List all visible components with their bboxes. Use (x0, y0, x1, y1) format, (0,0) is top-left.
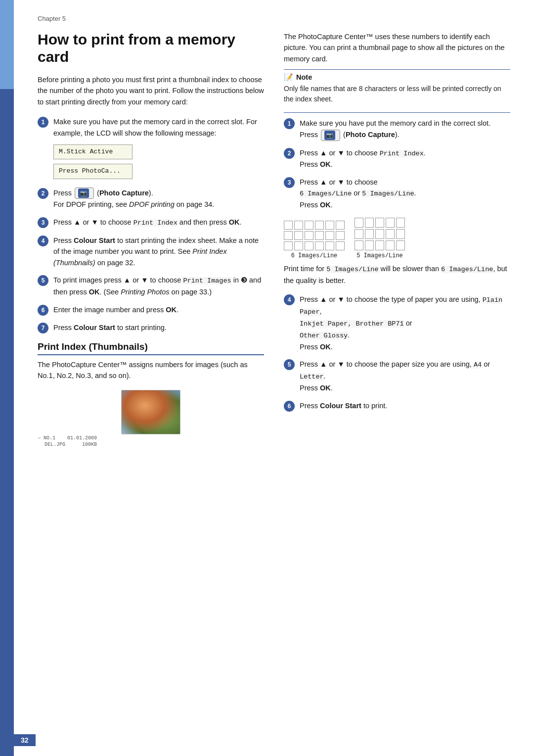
step-num-1: 1 (38, 117, 48, 128)
thumb-cell (365, 218, 374, 228)
thumb-cell (375, 240, 384, 250)
right-step-num-6: 6 (284, 401, 295, 412)
photo-capture-button-inline: 📷 (75, 188, 94, 199)
thumb-cell (386, 218, 395, 228)
right-step-3: 3 Press ▲ or ▼ to choose 6 Images/Line o… (284, 177, 510, 211)
step-3-text: Press ▲ or ▼ to choose Print Index and t… (53, 217, 242, 229)
thumb-cell (375, 218, 384, 228)
right-step-2-text: Press ▲ or ▼ to choose Print Index. Pres… (300, 147, 426, 170)
photo-caption: → NO.1 01.01.2009 (38, 435, 97, 441)
6-images-line-code: 6 Images/Line (300, 190, 352, 197)
photo-date: 01.01.2009 (67, 435, 97, 441)
thumb-6-label: 6 Images/Line (291, 252, 338, 259)
thumb-5-label: 5 Images/Line (356, 252, 403, 259)
thumb-cell (315, 221, 324, 230)
other-glossy-code: Other Glossy (300, 332, 348, 339)
photo-capture-label: Photo Capture (99, 189, 149, 197)
chapter-label: Chapter 5 (38, 15, 510, 22)
left-sidebar (0, 0, 14, 756)
right-step-num-3: 3 (284, 177, 295, 188)
thumb-cell (355, 240, 363, 250)
thumb-cell (396, 229, 405, 239)
thumb-grid-6 (284, 221, 345, 250)
step-1-text: Make sure you have put the memory card i… (53, 116, 264, 181)
thumb-cell (396, 218, 405, 228)
print-index-code-r2: Print Index (380, 150, 424, 157)
print-index-steps: 1 Make sure you have put the memory card… (284, 118, 510, 210)
dpof-link: DPOF printing (129, 200, 175, 208)
plain-paper-code: Plain Paper (300, 296, 502, 316)
step-num-3: 3 (38, 217, 48, 228)
step-2-text: Press 📷 (Photo Capture). For DPOF printi… (53, 188, 214, 210)
photo-sample-gradient (122, 390, 180, 434)
right-intro-text: The PhotoCapture Center™ uses these numb… (284, 31, 510, 64)
thumb-cell (294, 241, 303, 250)
print-index-code: Print Index (134, 219, 178, 227)
step-7: 7 Press Colour Start to start printing. (38, 322, 264, 333)
right-step-4-text: Press ▲ or ▼ to choose the type of paper… (300, 294, 510, 352)
6-images-inline: 6 Images/Line (441, 266, 493, 273)
right-step-num-1: 1 (284, 118, 295, 129)
step-2: 2 Press 📷 (Photo Capture). For DPOF prin… (38, 188, 264, 210)
thumb-cell (325, 221, 334, 230)
thumb-cell (336, 231, 345, 240)
note-icon: 📝 (284, 73, 293, 82)
ok-label-r5: OK (320, 384, 331, 392)
right-step-5: 5 Press ▲ or ▼ to choose the paper size … (284, 359, 510, 393)
thumb-cell (305, 231, 313, 240)
sidebar-accent (0, 0, 14, 89)
ok-label-r3: OK (320, 201, 331, 209)
left-steps-list: 1 Make sure you have put the memory card… (38, 116, 264, 333)
right-step-6-text: Press Colour Start to print. (300, 400, 387, 411)
ok-label-5: OK (89, 288, 100, 296)
photo-no-label: → NO.1 (38, 435, 55, 441)
5-images-line-code: 5 Images/Line (362, 190, 414, 197)
thumb-cell (284, 221, 293, 230)
a4-code: A4 (474, 361, 482, 369)
thumb-cell (365, 229, 374, 239)
photo-sample-container: → NO.1 01.01.2009 DEL.JPG 100KB (38, 390, 264, 447)
right-step-num-4: 4 (284, 294, 295, 305)
page-number: 32 (14, 734, 36, 746)
lcd-line-1: M.Stick Active (53, 144, 133, 159)
right-step-2: 2 Press ▲ or ▼ to choose Print Index. Pr… (284, 147, 510, 170)
print-time-note: Print time for 5 Images/Line will be slo… (284, 263, 510, 286)
photo-capture-label-r1: Photo Capture (346, 131, 395, 139)
thumb-cell (365, 240, 374, 250)
lcd-line-2: Press PhotoCa... (53, 164, 133, 179)
camera-icon-r1: 📷 (324, 131, 335, 140)
colour-start-label-r6: Colour Start (320, 402, 361, 410)
thumb-cell (294, 221, 303, 230)
thumb-6-container: 6 Images/Line (284, 221, 345, 259)
thumb-cell (294, 231, 303, 240)
page-title: How to print from a memory card (38, 31, 264, 65)
thumb-cell (325, 241, 334, 250)
ok-label-3: OK (229, 218, 240, 226)
thumb-cell (336, 221, 345, 230)
section2-title: Print Index (Thumbnails) (38, 341, 264, 355)
note-header: 📝 Note (284, 73, 510, 82)
step-4: 4 Press Colour Start to start printing t… (38, 235, 264, 268)
thumb-5-container: 5 Images/Line (355, 218, 405, 259)
section2-intro: The PhotoCapture Center™ assigns numbers… (38, 359, 264, 381)
step-5: 5 To print images press ▲ or ▼ to choose… (38, 275, 264, 297)
thumb-cell (336, 241, 345, 250)
step-7-text: Press Colour Start to start printing. (53, 322, 167, 333)
thumbnail-grids: 6 Images/Line (284, 218, 510, 259)
inkjet-paper-code: Inkjet Paper, Brother BP71 (300, 320, 404, 328)
thumb-cell (315, 231, 324, 240)
thumb-cell (375, 229, 384, 239)
right-step-1: 1 Make sure you have put the memory card… (284, 118, 510, 141)
step-5-text: To print images press ▲ or ▼ to choose P… (53, 275, 264, 297)
right-step-6: 6 Press Colour Start to print. (284, 400, 510, 412)
thumb-cell (396, 240, 405, 250)
thumb-cell (315, 241, 324, 250)
thumb-cell (284, 231, 293, 240)
intro-text: Before printing a photo you must first p… (38, 74, 264, 107)
step-num-5: 5 (38, 275, 48, 286)
ok-label-r2: OK (320, 160, 331, 168)
step-num-4: 4 (38, 236, 48, 246)
colour-start-label-7: Colour Start (74, 324, 115, 331)
letter-code: Letter (300, 373, 324, 380)
note-box: 📝 Note Only file names that are 8 charac… (284, 69, 510, 104)
